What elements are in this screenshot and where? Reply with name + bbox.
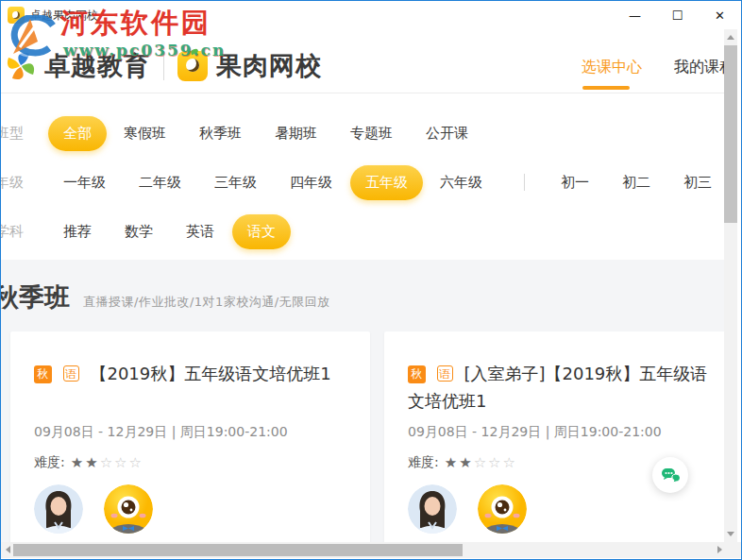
filter-option-junior3[interactable]: 初三	[683, 174, 712, 192]
section-header: 秋季班 直播授课/作业批改/1对1家校沟通/无限回放	[1, 280, 724, 314]
titlebar: 卓越果肉网校 — ☐ ✕	[1, 1, 741, 29]
stars-filled: ★★	[445, 454, 474, 471]
app-window: 卓越果肉网校 — ☐ ✕ 卓越教育	[0, 0, 742, 560]
filter-option-open[interactable]: 公开课	[426, 125, 468, 143]
maximize-button[interactable]: ☐	[656, 1, 699, 29]
subject-badge: 语	[437, 365, 453, 382]
filter-row-subject: 学科 推荐 数学 英语 语文	[1, 207, 724, 256]
course-schedule: 09月08日 - 12月29日 | 周日19:00-21:00	[408, 424, 720, 441]
filter-option-english[interactable]: 英语	[186, 223, 214, 241]
filter-option-recommend[interactable]: 推荐	[63, 223, 92, 241]
filter-option-grade5[interactable]: 五年级	[350, 165, 423, 200]
minimize-button[interactable]: —	[614, 1, 656, 29]
stars-filled: ★★	[71, 454, 100, 471]
filter-option-grade4[interactable]: 四年级	[290, 174, 332, 192]
season-badge: 秋	[34, 365, 52, 383]
filter-option-autumn[interactable]: 秋季班	[199, 125, 242, 143]
filter-option-math[interactable]: 数学	[125, 223, 153, 241]
site-header: 卓越教育 果肉网校 选课中心 我的课程	[1, 39, 724, 93]
grade-divider	[524, 174, 525, 191]
course-card-list: 秋 语 【2019秋】五年级语文培优班1 09月08日 - 12月29日 | 周…	[1, 331, 724, 542]
brand-zhuoyue: 卓越教育	[44, 49, 150, 83]
pinwheel-logo-icon	[5, 50, 37, 82]
horizontal-scroll-thumb[interactable]	[13, 544, 463, 556]
window-title: 卓越果肉网校	[30, 8, 98, 24]
horizontal-scrollbar	[1, 542, 741, 558]
window-controls: — ☐ ✕	[614, 1, 741, 29]
app-icon	[8, 7, 25, 24]
vertical-scrollbar	[724, 29, 737, 542]
filter-option-junior1[interactable]: 初一	[561, 174, 589, 192]
scroll-up-icon[interactable]	[727, 35, 734, 40]
section-subtitle: 直播授课/作业批改/1对1家校沟通/无限回放	[83, 294, 330, 311]
filter-option-grade2[interactable]: 二年级	[139, 174, 181, 192]
filter-option-all[interactable]: 全部	[48, 116, 107, 151]
section-title: 秋季班	[1, 280, 70, 314]
filter-option-special[interactable]: 专题班	[350, 125, 393, 143]
close-button[interactable]: ✕	[699, 1, 741, 29]
filter-option-grade3[interactable]: 三年级	[214, 174, 257, 192]
filter-label: 班型	[1, 125, 27, 143]
filter-option-winter[interactable]: 寒假班	[124, 125, 166, 143]
autumn-section: 秋季班 直播授课/作业批改/1对1家校沟通/无限回放 秋 语 【2019秋】五年…	[1, 260, 724, 542]
subject-badge: 语	[63, 365, 79, 382]
course-title-text: 【2019秋】五年级语文培优班1	[90, 364, 330, 383]
filter-label: 年级	[1, 174, 27, 192]
mascot-avatar	[478, 484, 527, 534]
difficulty-stars: ★★☆☆☆	[71, 454, 143, 471]
content-viewport: 卓越教育 果肉网校 选课中心 我的课程 班型 全部 寒假班 秋季班 暑期班 专题…	[1, 29, 724, 542]
filter-row-grade: 年级 一年级 二年级 三年级 四年级 五年级 六年级 初一 初二 初三	[1, 158, 724, 207]
brand-divider	[163, 52, 164, 80]
course-schedule: 09月08日 - 12月29日 | 周日19:00-21:00	[34, 424, 346, 441]
filter-option-junior2[interactable]: 初二	[622, 174, 650, 192]
teacher-avatars	[34, 484, 346, 534]
filter-option-grade6[interactable]: 六年级	[440, 174, 482, 192]
difficulty-label: 难度:	[408, 454, 439, 471]
filter-option-summer[interactable]: 暑期班	[275, 125, 317, 143]
filter-label: 学科	[1, 223, 27, 241]
filter-option-grade1[interactable]: 一年级	[63, 174, 106, 192]
mascot-avatar	[104, 484, 153, 534]
stars-empty: ☆☆☆	[100, 454, 143, 471]
vertical-scroll-thumb[interactable]	[724, 45, 737, 223]
season-badge: 秋	[408, 365, 426, 383]
scroll-down-icon[interactable]	[727, 532, 734, 536]
nav-course-center[interactable]: 选课中心	[582, 58, 642, 77]
guorou-mascot-icon	[177, 51, 208, 81]
course-title: 秋 语 【2019秋】五年级语文培优班1	[34, 360, 346, 415]
filters: 班型 全部 寒假班 秋季班 暑期班 专题班 公开课 年级 一年级 二年级 三年级…	[1, 93, 724, 260]
filter-option-chinese[interactable]: 语文	[232, 214, 291, 249]
filter-row-class-type: 班型 全部 寒假班 秋季班 暑期班 专题班 公开课	[1, 109, 724, 158]
chat-bubbles-icon	[661, 467, 680, 483]
scroll-right-icon[interactable]	[717, 546, 722, 553]
course-card-2[interactable]: 秋 语 [入室弟子]【2019秋】五年级语文培优班1 09月08日 - 12月2…	[384, 331, 724, 542]
brand-guorou: 果肉网校	[216, 49, 322, 83]
difficulty-label: 难度:	[34, 454, 65, 471]
course-card-1[interactable]: 秋 语 【2019秋】五年级语文培优班1 09月08日 - 12月29日 | 周…	[10, 331, 370, 542]
teacher-avatar	[408, 484, 457, 534]
course-title: 秋 语 [入室弟子]【2019秋】五年级语文培优班1	[408, 360, 720, 415]
difficulty-stars: ★★☆☆☆	[445, 454, 517, 471]
nav-my-courses[interactable]: 我的课程	[674, 58, 724, 77]
teacher-avatar	[34, 484, 83, 534]
stars-empty: ☆☆☆	[474, 454, 517, 471]
scroll-left-icon[interactable]	[6, 546, 10, 553]
course-difficulty: 难度: ★★☆☆☆	[34, 454, 346, 471]
chat-button[interactable]	[652, 457, 688, 493]
